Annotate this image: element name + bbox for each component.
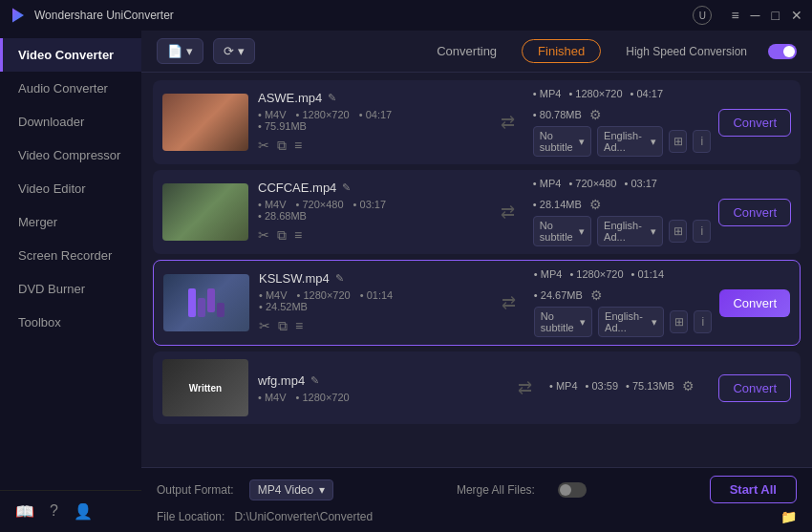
file-meta-3: • M4V • 1280×720 — [258, 392, 500, 403]
cut-icon-0[interactable]: ✂ — [258, 138, 269, 154]
out-format-0: • MP4 — [533, 88, 562, 99]
convert-button-1[interactable]: Convert — [718, 199, 791, 226]
list-icon-2[interactable]: ≡ — [295, 318, 303, 334]
cut-icon-2[interactable]: ✂ — [259, 318, 270, 334]
thumb-text-3: Written — [162, 359, 248, 416]
output-meta-3: • MP4 • 03:59 • 75.13MB ⚙ — [549, 378, 711, 394]
source-size-2: • 24.52MB — [259, 301, 308, 312]
edit-icon-1[interactable]: ✎ — [342, 181, 351, 194]
screen-icon-2[interactable]: ⊞ — [670, 310, 688, 333]
out-res-1: • 720×480 — [568, 178, 616, 189]
info-icon-1[interactable]: i — [693, 220, 711, 243]
refresh-arrow: ▾ — [238, 44, 245, 58]
convert-button-3[interactable]: Convert — [718, 374, 791, 402]
edit-icon-2[interactable]: ✎ — [335, 272, 344, 285]
sidebar-item-toolbox[interactable]: Toolbox — [0, 306, 141, 339]
edit-icon-3[interactable]: ✎ — [310, 374, 319, 387]
output-area-0: • MP4 • 1280×720 • 04:17 • 80.78MB ⚙ No … — [533, 88, 791, 157]
add-arrow: ▾ — [186, 44, 193, 58]
output-controls-1: No subtitle ▾ English-Ad... ▾ ⊞ i — [533, 216, 712, 246]
user-icon[interactable]: 👤 — [74, 502, 93, 521]
menu-icon[interactable]: ≡ — [731, 8, 738, 23]
screen-icon-1[interactable]: ⊞ — [669, 220, 687, 243]
lang-select-2[interactable]: English-Ad... ▾ — [598, 307, 664, 337]
lang-arrow-1: ▾ — [651, 225, 656, 238]
output-meta-2: • MP4 • 1280×720 • 01:14 • 24.67MB ⚙ — [534, 268, 713, 303]
sidebar: Video Converter Audio Converter Download… — [0, 31, 141, 532]
crop-icon-0[interactable]: ⧉ — [277, 138, 287, 154]
subtitle-select-0[interactable]: No subtitle ▾ — [533, 126, 591, 157]
subtitle-select-1[interactable]: No subtitle ▾ — [533, 216, 591, 246]
list-icon-1[interactable]: ≡ — [294, 227, 302, 244]
output-area-1: • MP4 • 720×480 • 03:17 • 28.14MB ⚙ No s… — [533, 178, 791, 246]
tab-finished[interactable]: Finished — [522, 39, 601, 63]
out-format-3: • MP4 — [549, 380, 578, 392]
subtitle-select-2[interactable]: No subtitle ▾ — [534, 307, 592, 337]
tab-converting[interactable]: Converting — [427, 40, 506, 62]
app-body: Video Converter Audio Converter Download… — [0, 31, 812, 532]
output-area-3: • MP4 • 03:59 • 75.13MB ⚙ Convert — [549, 374, 791, 402]
list-icon-0[interactable]: ≡ — [294, 138, 302, 154]
crop-icon-2[interactable]: ⧉ — [278, 318, 288, 334]
file-size-0: • 75.91MB — [258, 120, 483, 132]
out-dur-0: • 04:17 — [630, 88, 663, 99]
maximize-icon[interactable]: □ — [772, 8, 780, 23]
refresh-button[interactable]: ⟳ ▾ — [213, 38, 255, 64]
subtitle-arrow-2: ▾ — [580, 316, 586, 329]
info-icon-0[interactable]: i — [693, 130, 711, 153]
file-info-1: CCFCAE.mp4 ✎ • M4V • 720×480 • 03:17 • 2… — [258, 181, 483, 244]
add-icon: 📄 — [167, 44, 182, 58]
sidebar-item-video-compressor[interactable]: Video Compressor — [0, 138, 141, 172]
book-icon[interactable]: 📖 — [15, 502, 34, 521]
crop-icon-1[interactable]: ⧉ — [277, 227, 287, 244]
file-meta-1: • M4V • 720×480 • 03:17 — [258, 199, 483, 210]
convert-button-2[interactable]: Convert — [719, 289, 790, 317]
out-res-2: • 1280×720 — [569, 268, 623, 280]
sidebar-item-screen-recorder[interactable]: Screen Recorder — [0, 239, 141, 272]
file-name-0: ASWE.mp4 — [258, 91, 322, 105]
help-icon[interactable]: ? — [50, 502, 58, 521]
settings-icon-3[interactable]: ⚙ — [682, 378, 694, 394]
user-avatar[interactable]: U — [693, 6, 712, 25]
sidebar-item-dvd-burner[interactable]: DVD Burner — [0, 272, 141, 306]
output-area-2: • MP4 • 1280×720 • 01:14 • 24.67MB ⚙ No … — [534, 268, 790, 337]
sidebar-item-video-editor[interactable]: Video Editor — [0, 172, 141, 205]
thumbnail-3: Written — [162, 359, 248, 416]
info-icon-2[interactable]: i — [694, 310, 712, 333]
subtitle-label-1: No subtitle — [540, 220, 576, 243]
merge-toggle[interactable] — [558, 482, 587, 498]
lang-label-2: English-Ad... — [605, 310, 649, 333]
source-res-0: • 1280×720 — [296, 109, 350, 120]
settings-icon-0[interactable]: ⚙ — [589, 107, 602, 122]
start-all-button[interactable]: Start All — [710, 476, 797, 503]
minimize-icon[interactable]: ─ — [751, 8, 760, 23]
output-info-0: • MP4 • 1280×720 • 04:17 • 80.78MB ⚙ No … — [533, 88, 712, 157]
sidebar-item-merger[interactable]: Merger — [0, 205, 141, 239]
sidebar-item-video-converter[interactable]: Video Converter — [0, 38, 141, 72]
high-speed-toggle[interactable] — [768, 44, 797, 59]
convert-button-0[interactable]: Convert — [718, 109, 791, 137]
out-dur-2: • 01:14 — [631, 268, 664, 280]
folder-icon[interactable]: 📁 — [780, 509, 797, 524]
edit-icon-0[interactable]: ✎ — [328, 92, 336, 104]
lang-select-1[interactable]: English-Ad... ▾ — [597, 216, 663, 246]
cut-icon-1[interactable]: ✂ — [258, 227, 269, 244]
out-dur-3: • 03:59 — [586, 380, 618, 392]
file-info-3: wfg.mp4 ✎ • M4V • 1280×720 — [258, 373, 500, 403]
arrow-2: ⇄ — [494, 292, 524, 313]
titlebar: Wondershare UniConverter U ≡ ─ □ ✕ — [0, 0, 812, 31]
lang-select-0[interactable]: English-Ad... ▾ — [597, 126, 663, 157]
toolbar-left: 📄 ▾ ⟳ ▾ — [157, 38, 255, 64]
output-info-1: • MP4 • 720×480 • 03:17 • 28.14MB ⚙ No s… — [533, 178, 712, 246]
lang-label-1: English-Ad... — [604, 220, 648, 243]
sidebar-item-downloader[interactable]: Downloader — [0, 105, 141, 138]
add-files-button[interactable]: 📄 ▾ — [157, 38, 203, 64]
settings-icon-1[interactable]: ⚙ — [589, 197, 602, 212]
close-icon[interactable]: ✕ — [791, 8, 802, 23]
out-dur-1: • 03:17 — [624, 178, 656, 189]
file-name-1: CCFCAE.mp4 — [258, 181, 336, 195]
settings-icon-2[interactable]: ⚙ — [590, 287, 603, 303]
output-format-select[interactable]: MP4 Video ▾ — [249, 479, 333, 500]
sidebar-item-audio-converter[interactable]: Audio Converter — [0, 72, 141, 105]
screen-icon-0[interactable]: ⊞ — [669, 130, 687, 153]
